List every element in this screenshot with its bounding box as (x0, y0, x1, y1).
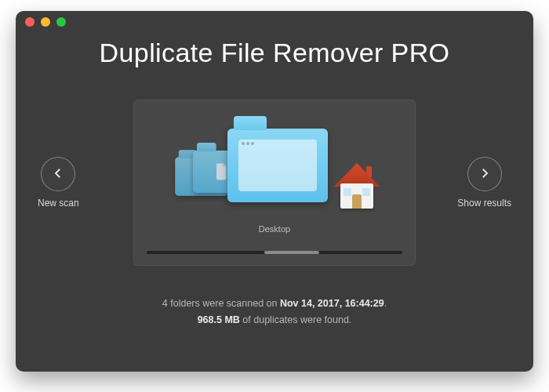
history-card: Desktop (133, 100, 416, 266)
scan-summary: 4 folders were scanned on Nov 14, 2017, … (16, 296, 533, 329)
app-window: Duplicate File Remover PRO New scan (16, 11, 533, 372)
show-results-button[interactable] (467, 157, 502, 191)
summary-timestamp: Nov 14, 2017, 16:44:29 (280, 298, 384, 309)
nav-left: New scan (38, 157, 79, 209)
nav-right: Show results (457, 157, 511, 209)
carousel-item-selected[interactable] (227, 129, 329, 215)
carousel-scroll-thumb[interactable] (264, 251, 319, 254)
folder-carousel[interactable] (134, 114, 415, 215)
carousel-item-home[interactable] (334, 163, 383, 212)
titlebar (16, 11, 533, 33)
show-results-label: Show results (457, 198, 511, 209)
new-scan-button[interactable] (41, 157, 75, 191)
content-area: New scan (16, 89, 533, 277)
maximize-icon[interactable] (56, 17, 66, 27)
summary-line-1: 4 folders were scanned on Nov 14, 2017, … (16, 296, 533, 312)
summary-suffix: . (384, 298, 387, 309)
summary-size: 968.5 MB (198, 314, 240, 325)
chevron-right-icon (478, 166, 492, 183)
carousel-item-stack[interactable] (166, 136, 237, 215)
summary-line-2: 968.5 MB of duplicates were found. (16, 312, 533, 328)
selected-folder-label: Desktop (134, 224, 415, 234)
minimize-icon[interactable] (41, 17, 50, 27)
carousel-scrollbar[interactable] (147, 251, 402, 254)
new-scan-label: New scan (38, 198, 79, 209)
app-title: Duplicate File Remover PRO (16, 38, 533, 68)
house-icon (334, 163, 380, 209)
summary-prefix: 4 folders were scanned on (162, 298, 280, 309)
summary-line2-suffix: of duplicates were found. (240, 314, 351, 325)
close-icon[interactable] (25, 17, 35, 27)
chevron-left-icon (51, 166, 65, 183)
desktop-folder-icon (227, 129, 328, 202)
